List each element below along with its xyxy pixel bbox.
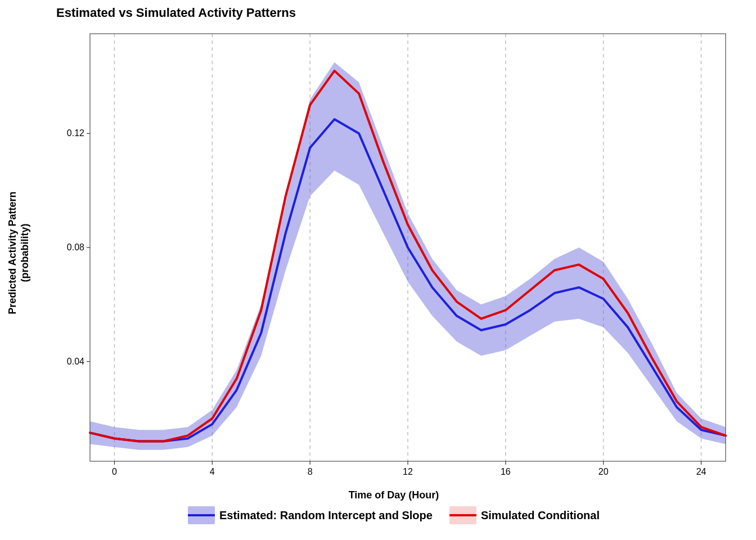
x-tick-label: 16 [501,467,511,476]
y-tick-label: 0.08 [67,242,84,252]
x-tick-label: 0 [112,467,117,476]
legend-swatch [188,506,215,524]
x-tick-label: 24 [696,467,706,476]
y-tick-label: 0.04 [67,357,84,366]
legend-label: Simulated Conditional [481,509,600,522]
chart-title: Estimated vs Simulated Activity Patterns [56,6,296,20]
x-tick-label: 12 [403,467,413,476]
y-tick-label: 0.12 [67,128,84,138]
legend: Estimated: Random Intercept and SlopeSim… [56,506,731,524]
legend-swatch [449,506,476,524]
legend-label: Estimated: Random Intercept and Slope [219,509,433,522]
x-tick-label: 20 [598,467,609,476]
plot-area: 048121620240.040.080.12 [56,28,731,478]
x-axis-label: Time of Day (Hour) [56,489,731,501]
legend-item: Simulated Conditional [449,506,600,524]
chart-figure: Estimated vs Simulated Activity Patterns… [0,0,756,540]
y-axis-label: Predicted Activity Pattern(probability) [6,192,30,314]
x-tick-label: 8 [308,467,313,476]
legend-item: Estimated: Random Intercept and Slope [188,506,433,524]
x-tick-label: 4 [210,467,215,476]
